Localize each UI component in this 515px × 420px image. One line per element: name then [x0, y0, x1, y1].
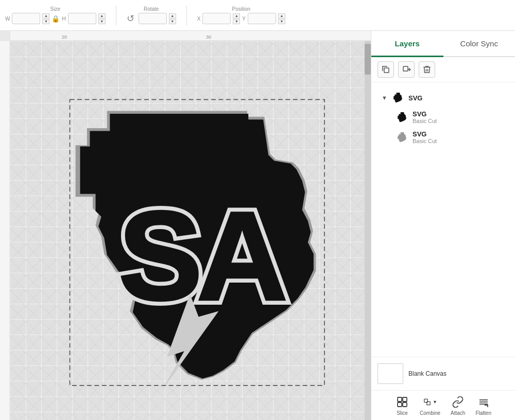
position-group: Position X ▲ ▼ Y ▲ ▼	[197, 6, 285, 24]
y-input[interactable]	[248, 13, 276, 24]
scrollbar-vertical[interactable]	[365, 41, 371, 420]
position-inputs: X ▲ ▼ Y ▲ ▼	[197, 13, 285, 24]
width-input[interactable]	[12, 13, 40, 24]
lock-icon: 🔒	[52, 14, 60, 23]
size-group: Size W ▲ ▼ 🔒 H ▲ ▼	[5, 6, 106, 24]
layer-child1-name: SVG	[413, 110, 505, 118]
layer-child2-sub: Basic Cut	[413, 138, 505, 144]
layer-child1-info: SVG Basic Cut	[413, 110, 505, 124]
h-up[interactable]: ▲	[98, 13, 106, 19]
canvas-thumb-label: Blank Canvas	[408, 370, 447, 377]
tab-color-sync[interactable]: Color Sync	[443, 31, 516, 56]
slice-label: Slice	[397, 410, 408, 416]
canvas-grid: SA SA	[10, 41, 371, 420]
layer-item-parent[interactable]: ▼ SVG	[377, 89, 509, 107]
ruler-vertical	[0, 41, 10, 420]
attach-icon	[451, 395, 465, 409]
h-label: H	[62, 16, 65, 22]
h-down[interactable]: ▼	[98, 19, 106, 24]
svg-text:SA: SA	[118, 186, 285, 326]
h-spinner[interactable]: ▲ ▼	[98, 13, 106, 24]
rotate-input[interactable]	[139, 13, 167, 24]
rotate-inputs: ↺ ▲ ▼	[127, 13, 176, 24]
canvas-area[interactable]: 20 30 SA SA	[0, 31, 371, 420]
rotate-up[interactable]: ▲	[169, 13, 176, 19]
delete-layer-btn[interactable]	[419, 61, 435, 78]
y-down[interactable]: ▼	[278, 19, 285, 24]
ruler-horizontal: 20 30	[10, 31, 371, 41]
w-up[interactable]: ▲	[42, 13, 49, 19]
svg-rect-10	[398, 402, 402, 407]
w-down[interactable]: ▼	[42, 19, 49, 24]
combine-icon: ▼	[423, 395, 437, 409]
rotate-label: Rotate	[144, 6, 159, 12]
slice-icon	[395, 395, 409, 409]
svg-rect-8	[398, 397, 402, 401]
right-panel: Layers Color Sync	[371, 31, 515, 420]
main-toolbar: Size W ▲ ▼ 🔒 H ▲ ▼ Rotate ↺ ▲ ▼	[0, 0, 515, 31]
copy-layer-btn[interactable]	[377, 61, 394, 78]
size-inputs: W ▲ ▼ 🔒 H ▲ ▼	[5, 13, 106, 24]
layers-list: ▼ SVG	[371, 82, 515, 357]
canvas-thumbnail	[377, 363, 403, 384]
layer-child1-sub: Basic Cut	[413, 118, 505, 124]
svg-rect-4	[384, 68, 389, 73]
layer-parent-icon	[392, 92, 404, 104]
chevron-down-icon: ▼	[382, 95, 388, 101]
layer-parent-info: SVG	[408, 94, 505, 102]
x-up[interactable]: ▲	[233, 13, 240, 19]
layer-item-child2[interactable]: SVG Basic Cut	[377, 127, 509, 147]
position-label: Position	[232, 6, 251, 12]
attach-action[interactable]: Attach	[451, 395, 465, 416]
layer-child1-icon	[396, 111, 408, 124]
y-up[interactable]: ▲	[278, 13, 285, 19]
x-spinner[interactable]: ▲ ▼	[233, 13, 240, 24]
y-spinner[interactable]: ▲ ▼	[278, 13, 285, 24]
ruler-mark-30: 30	[206, 34, 211, 40]
combine-action[interactable]: ▼ Combine	[420, 395, 440, 416]
combine-arrow: ▼	[433, 399, 437, 405]
panel-tabs: Layers Color Sync	[371, 31, 515, 57]
x-down[interactable]: ▼	[233, 19, 240, 24]
w-label: W	[5, 16, 10, 22]
flatten-label: Flatten	[475, 410, 491, 416]
svg-rect-9	[403, 397, 407, 401]
design-svg: SA SA	[52, 82, 340, 391]
w-spinner[interactable]: ▲ ▼	[42, 13, 49, 24]
size-label: Size	[50, 6, 60, 12]
x-label: X	[197, 16, 201, 22]
slice-action[interactable]: Slice	[395, 395, 409, 416]
add-layer-btn[interactable]	[398, 61, 415, 78]
scrollbar-thumb[interactable]	[365, 44, 371, 75]
flatten-action[interactable]: Flatten	[475, 395, 491, 416]
divider-2	[186, 5, 187, 26]
x-input[interactable]	[202, 13, 231, 24]
bottom-action-bar: Slice ▼ Combine	[371, 390, 515, 420]
layer-parent-name: SVG	[408, 94, 505, 102]
canvas-thumb-area: Blank Canvas	[371, 357, 515, 390]
panel-toolbar	[371, 57, 515, 82]
ruler-mark-20: 20	[62, 34, 67, 40]
layer-child2-icon	[396, 131, 408, 144]
layer-item-child1[interactable]: SVG Basic Cut	[377, 107, 509, 127]
rotate-down[interactable]: ▼	[169, 19, 176, 24]
svg-rect-11	[403, 402, 407, 407]
combine-label: Combine	[420, 410, 440, 416]
layer-child2-info: SVG Basic Cut	[413, 130, 505, 144]
layer-child2-name: SVG	[413, 130, 505, 138]
rotate-group: Rotate ↺ ▲ ▼	[127, 6, 176, 24]
svg-rect-5	[403, 66, 408, 71]
layer-group-svg: ▼ SVG	[371, 86, 515, 149]
y-label: Y	[242, 16, 246, 22]
height-input[interactable]	[68, 13, 96, 24]
divider-1	[116, 5, 116, 26]
rotate-spinner[interactable]: ▲ ▼	[169, 13, 176, 24]
main-layout: 20 30 SA SA	[0, 31, 515, 420]
flatten-icon	[476, 395, 491, 409]
tab-layers[interactable]: Layers	[371, 31, 443, 56]
rotate-icon: ↺	[127, 13, 134, 24]
attach-label: Attach	[451, 410, 465, 416]
